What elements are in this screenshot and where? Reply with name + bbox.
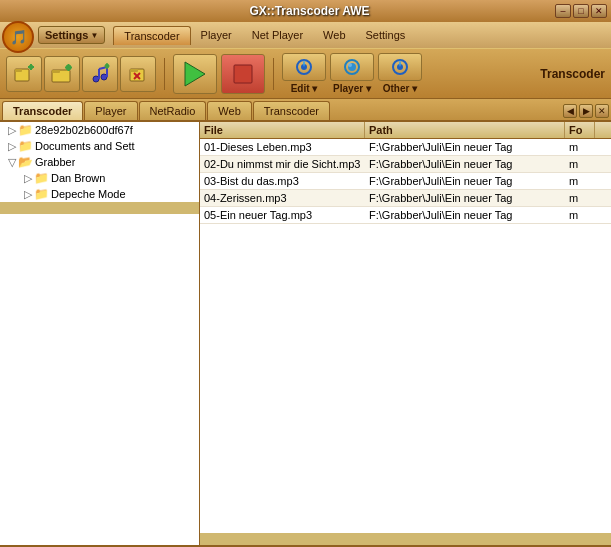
tree-item-label: Grabber [35, 156, 75, 168]
svg-rect-1 [15, 69, 22, 72]
folder-icon: 📁 [34, 171, 49, 185]
main-toolbar: Edit ▾ Player ▾ Other ▾ Transcoder [0, 48, 611, 99]
add-music-button[interactable] [82, 56, 118, 92]
play-button[interactable] [173, 54, 217, 94]
other-group: Other ▾ [378, 53, 422, 94]
svg-rect-23 [234, 65, 252, 83]
edit-group: Edit ▾ [282, 53, 326, 94]
file-cell-name: 02-Du nimmst mir die Sicht.mp3 [200, 156, 365, 172]
settings-arrow-icon: ▼ [90, 31, 98, 40]
menu-player[interactable]: Player [191, 26, 242, 45]
file-row[interactable]: 01-Dieses Leben.mp3 F:\Grabber\Juli\Ein … [200, 139, 611, 156]
tree-item-label: Depeche Mode [51, 188, 126, 200]
tree-expander[interactable]: ▷ [6, 124, 18, 137]
tree-item-label: Dan Brown [51, 172, 105, 184]
tree-item-label: 28e92b02b600df67f [35, 124, 133, 136]
player-button[interactable] [330, 53, 374, 81]
file-cell-fo: m [565, 139, 595, 155]
other-label: Other ▾ [383, 83, 417, 94]
file-list-body[interactable]: 01-Dieses Leben.mp3 F:\Grabber\Juli\Ein … [200, 139, 611, 533]
menubar: 🎵 Settings ▼ Transcoder Player Net Playe… [0, 22, 611, 48]
remove-button[interactable] [120, 56, 156, 92]
edit-label: Edit ▾ [291, 83, 318, 94]
toolbar-separator-2 [273, 58, 274, 90]
maximize-button[interactable]: □ [573, 4, 589, 18]
tree-expander[interactable]: ▷ [6, 140, 18, 153]
tree-item[interactable]: ▽ 📂 Grabber [0, 154, 199, 170]
filelist-hscroll[interactable] [200, 533, 611, 545]
file-cell-path: F:\Grabber\Juli\Ein neuer Tag [365, 190, 565, 206]
minimize-button[interactable]: – [555, 4, 571, 18]
edit-button[interactable] [282, 53, 326, 81]
main-tabstrip: Transcoder Player NetRadio Web Transcode… [0, 99, 611, 122]
tab-transcoder2[interactable]: Transcoder [253, 101, 330, 120]
tree-item-label: Documents and Sett [35, 140, 135, 152]
close-button[interactable]: ✕ [591, 4, 607, 18]
tab-web[interactable]: Web [207, 101, 251, 120]
file-cell-path: F:\Grabber\Juli\Ein neuer Tag [365, 139, 565, 155]
file-cell-name: 05-Ein neuer Tag.mp3 [200, 207, 365, 223]
col-file: File [200, 122, 365, 138]
tab-next-button[interactable]: ▶ [579, 104, 593, 118]
menu-settings[interactable]: Settings [356, 26, 416, 45]
tab-netradio[interactable]: NetRadio [139, 101, 207, 120]
svg-marker-22 [185, 62, 205, 86]
file-cell-path: F:\Grabber\Juli\Ein neuer Tag [365, 156, 565, 172]
file-row[interactable]: 05-Ein neuer Tag.mp3 F:\Grabber\Juli\Ein… [200, 207, 611, 224]
file-cell-path: F:\Grabber\Juli\Ein neuer Tag [365, 173, 565, 189]
tree-item[interactable]: ▷ 📁 Depeche Mode [0, 186, 199, 202]
svg-rect-6 [52, 70, 60, 73]
file-list-header: File Path Fo [200, 122, 611, 139]
menu-transcoder[interactable]: Transcoder [113, 26, 190, 45]
file-list: File Path Fo 01-Dieses Leben.mp3 F:\Grab… [200, 122, 611, 545]
window-controls: – □ ✕ [555, 4, 607, 18]
menu-web[interactable]: Web [313, 26, 355, 45]
app-icon: 🎵 [2, 21, 34, 53]
folder-icon: 📂 [18, 155, 33, 169]
file-row[interactable]: 02-Du nimmst mir die Sicht.mp3 F:\Grabbe… [200, 156, 611, 173]
tree-expander[interactable]: ▷ [22, 188, 34, 201]
menu-netplayer[interactable]: Net Player [242, 26, 313, 45]
tab-transcoder[interactable]: Transcoder [2, 101, 83, 120]
file-cell-name: 04-Zerissen.mp3 [200, 190, 365, 206]
file-tree[interactable]: ▷ 📁 28e92b02b600df67f ▷ 📁 Documents and … [0, 122, 200, 545]
tree-item[interactable]: ▷ 📁 Dan Brown [0, 170, 199, 186]
svg-rect-19 [130, 69, 138, 72]
add-files-button[interactable] [6, 56, 42, 92]
toolbar-group-files [6, 56, 156, 92]
app-title: GX::Transcoder AWE [64, 4, 555, 18]
menu-items: Transcoder Player Net Player Web Setting… [113, 26, 415, 45]
tree-item[interactable]: ▷ 📁 Documents and Sett [0, 138, 199, 154]
player-group: Player ▾ [330, 53, 374, 94]
file-cell-fo: m [565, 173, 595, 189]
tab-nav: ◀ ▶ ✕ [563, 104, 609, 120]
file-cell-fo: m [565, 207, 595, 223]
toolbar-separator-1 [164, 58, 165, 90]
stop-button[interactable] [221, 54, 265, 94]
folder-icon: 📁 [18, 123, 33, 137]
open-folder-button[interactable] [44, 56, 80, 92]
file-row[interactable]: 04-Zerissen.mp3 F:\Grabber\Juli\Ein neue… [200, 190, 611, 207]
tree-item[interactable]: ▷ 📁 28e92b02b600df67f [0, 122, 199, 138]
file-row[interactable]: 03-Bist du das.mp3 F:\Grabber\Juli\Ein n… [200, 173, 611, 190]
transcoder-section-label: Transcoder [540, 67, 605, 81]
file-cell-fo: m [565, 190, 595, 206]
tab-player[interactable]: Player [84, 101, 137, 120]
file-cell-path: F:\Grabber\Juli\Ein neuer Tag [365, 207, 565, 223]
file-cell-fo: m [565, 156, 595, 172]
tree-hscroll[interactable] [0, 202, 199, 214]
titlebar: GX::Transcoder AWE – □ ✕ [0, 0, 611, 22]
col-fo: Fo [565, 122, 595, 138]
tab-close-button[interactable]: ✕ [595, 104, 609, 118]
file-cell-name: 03-Bist du das.mp3 [200, 173, 365, 189]
svg-point-28 [348, 63, 352, 67]
folder-icon: 📁 [34, 187, 49, 201]
settings-dropdown-button[interactable]: Settings ▼ [38, 26, 105, 44]
tab-prev-button[interactable]: ◀ [563, 104, 577, 118]
tree-expander[interactable]: ▷ [22, 172, 34, 185]
main-content: ▷ 📁 28e92b02b600df67f ▷ 📁 Documents and … [0, 122, 611, 545]
file-cell-name: 01-Dieses Leben.mp3 [200, 139, 365, 155]
folder-icon: 📁 [18, 139, 33, 153]
other-button[interactable] [378, 53, 422, 81]
tree-expander[interactable]: ▽ [6, 156, 18, 169]
